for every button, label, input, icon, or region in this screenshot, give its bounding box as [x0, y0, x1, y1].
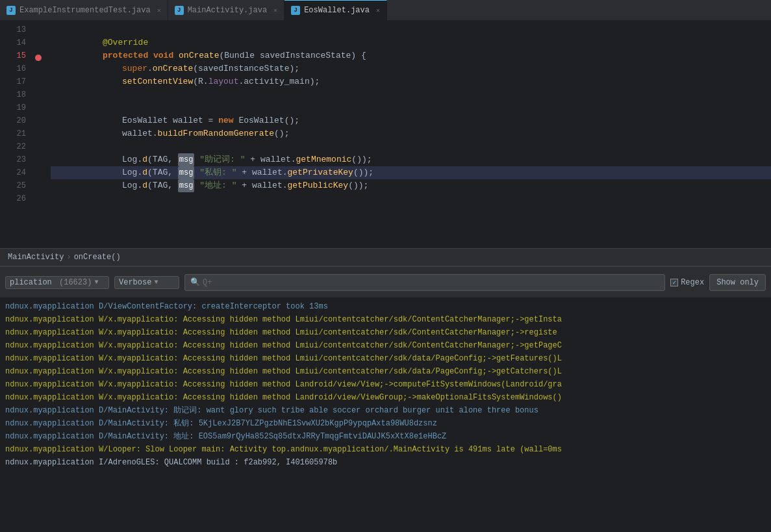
- gutter: [32, 21, 45, 248]
- java-file-icon: J: [6, 6, 16, 15]
- line-numbers: 13 14 15 16 17 18 19 20 21 22 23 24 25 2…: [0, 21, 32, 248]
- tab-example-instrumented[interactable]: J ExampleInstrumentedTest.java ✕: [0, 0, 168, 20]
- code-line-23: Log . d (TAG, msg "助记词: " + wallet. getM…: [51, 153, 771, 166]
- tab-label: ExampleInstrumentedTest.java: [19, 6, 151, 15]
- code-line-20: EosWallet wallet = new EosWallet ();: [51, 114, 771, 127]
- code-line-26: [51, 192, 771, 205]
- code-line-15: protected void onCreate ( Bundle savedIn…: [51, 49, 771, 62]
- code-line-16: super . onCreate (savedInstanceState);: [51, 62, 771, 75]
- show-only-button[interactable]: Show only: [709, 274, 766, 291]
- highlight-msg-23: msg: [178, 153, 195, 166]
- breadcrumb-class[interactable]: MainActivity: [8, 253, 64, 262]
- log-line: ndnux.myapplication W/x.myapplicatio: Ac…: [0, 352, 771, 365]
- code-line-24: Log . d (TAG, msg "私钥: " + wallet. getPr…: [51, 166, 771, 179]
- code-line-17: setContentView ( R . layout . activity_m…: [51, 75, 771, 88]
- code-line-21: wallet. buildFromRandomGenerate ();: [51, 127, 771, 140]
- tab-close-icon[interactable]: ✕: [157, 6, 161, 14]
- log-line: ndnux.myapplication I/AdrenoGLES: QUALCO…: [0, 456, 771, 469]
- app-selector-chevron: ▼: [94, 279, 98, 286]
- log-line: ndnux.myapplication W/Looper: Slow Loope…: [0, 443, 771, 456]
- breadcrumb-bar: MainActivity › onCreate(): [0, 248, 771, 266]
- log-line: ndnux.myapplication W/x.myapplicatio: Ac…: [0, 391, 771, 404]
- tab-close-icon3[interactable]: ✕: [376, 6, 380, 14]
- search-icon: 🔍: [190, 277, 200, 287]
- tab-label-eos: EosWallet.java: [304, 6, 370, 15]
- annotation-override: @Override: [103, 36, 148, 49]
- java-file-icon3: J: [291, 6, 300, 15]
- search-box[interactable]: 🔍 Q+: [184, 274, 665, 291]
- log-line: ndnux.myapplication D/MainActivity: 地址: …: [0, 430, 771, 443]
- app-selector-dropdown[interactable]: plication (16623) ▼: [5, 276, 109, 289]
- tab-eoswallet[interactable]: J EosWallet.java ✕: [284, 0, 387, 20]
- logcat-toolbar: plication (16623) ▼ Verbose ▼ 🔍 Q+ ✓ Reg…: [0, 266, 771, 298]
- breadcrumb-method[interactable]: onCreate(): [74, 253, 121, 262]
- show-only-label: Show only: [716, 278, 759, 287]
- verbose-label: Verbose: [119, 278, 151, 287]
- code-line-13: [51, 23, 771, 36]
- highlight-msg-25: msg: [178, 179, 195, 192]
- tab-bar: J ExampleInstrumentedTest.java ✕ J MainA…: [0, 0, 771, 21]
- breakpoint-indicator: [35, 55, 42, 61]
- code-content: @Override protected void onCreate ( Bund…: [45, 21, 771, 248]
- log-line: ndnux.myapplication W/x.myapplicatio: Ac…: [0, 313, 771, 326]
- tab-label-main: MainActivity.java: [188, 6, 267, 15]
- regex-label: Regex: [681, 278, 704, 287]
- search-placeholder: Q+: [203, 278, 212, 287]
- app-pid: (16623): [59, 278, 92, 287]
- app-selector-label: plication: [10, 278, 57, 287]
- log-line: ndnux.myapplication D/ViewContentFactory…: [0, 300, 771, 313]
- log-line: ndnux.myapplication D/MainActivity: 助记词:…: [0, 404, 771, 417]
- log-area: ndnux.myapplication D/ViewContentFactory…: [0, 298, 771, 532]
- java-file-icon2: J: [175, 6, 184, 15]
- editor-area: 13 14 15 16 17 18 19 20 21 22 23 24 25 2…: [0, 21, 771, 248]
- log-line: ndnux.myapplication W/x.myapplicatio: Ac…: [0, 339, 771, 352]
- log-line: ndnux.myapplication W/x.myapplicatio: Ac…: [0, 378, 771, 391]
- code-line-19: [51, 101, 771, 114]
- code-line-14: @Override: [51, 36, 771, 49]
- log-line: ndnux.myapplication W/x.myapplicatio: Ac…: [0, 365, 771, 378]
- code-line-22: [51, 140, 771, 153]
- breadcrumb-separator: ›: [66, 253, 71, 262]
- code-line-18: [51, 88, 771, 101]
- log-line: ndnux.myapplication W/x.myapplicatio: Ac…: [0, 326, 771, 339]
- verbose-selector-dropdown[interactable]: Verbose ▼: [114, 276, 179, 289]
- regex-checkbox-container[interactable]: ✓ Regex: [670, 278, 704, 287]
- code-line-25: Log . d (TAG, msg "地址: " + wallet. getPu…: [51, 179, 771, 192]
- verbose-chevron: ▼: [154, 279, 158, 286]
- log-line: ndnux.myapplication D/MainActivity: 私钥: …: [0, 417, 771, 430]
- highlight-msg-24: msg: [178, 166, 195, 179]
- tab-close-icon2[interactable]: ✕: [273, 6, 277, 14]
- regex-checkbox[interactable]: ✓: [670, 279, 678, 286]
- tab-mainactivity[interactable]: J MainActivity.java ✕: [168, 0, 284, 20]
